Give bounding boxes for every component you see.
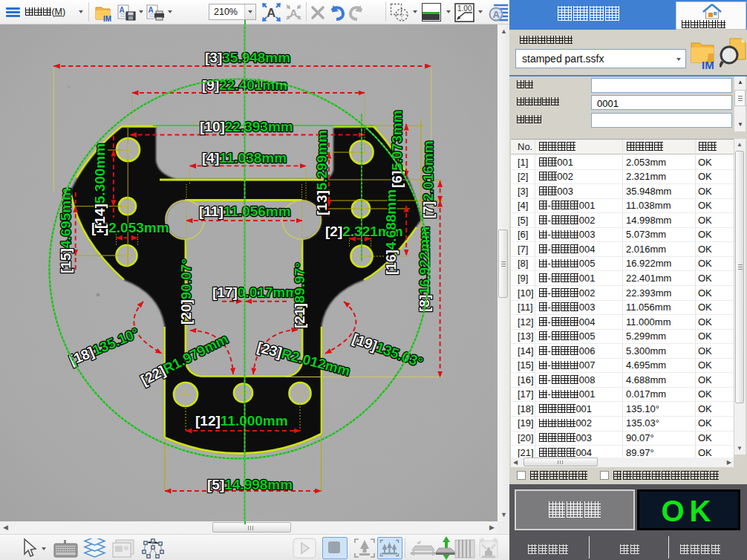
svg-text:1.00: 1.00 bbox=[457, 4, 472, 13]
svg-text:A: A bbox=[267, 6, 275, 20]
svg-text:[16]4.688mm: [16]4.688mm bbox=[383, 189, 399, 275]
svg-text:A: A bbox=[149, 6, 154, 14]
svg-text:[15]4.695mm: [15]4.695mm bbox=[58, 188, 74, 273]
svg-text:[13]5.299mm: [13]5.299mm bbox=[314, 130, 330, 215]
svg-text:[14]5.300mm: [14]5.300mm bbox=[92, 143, 108, 229]
svg-text:[12]11.000mm: [12]11.000mm bbox=[195, 413, 288, 429]
svg-text:[10]22.393mm: [10]22.393mm bbox=[200, 119, 293, 134]
svg-text:[5]14.998mm: [5]14.998mm bbox=[207, 477, 293, 492]
svg-text:[7]2.016mm: [7]2.016mm bbox=[420, 140, 436, 218]
svg-text:[21]89.97°: [21]89.97° bbox=[292, 262, 307, 328]
svg-text:[6]5.073mm: [6]5.073mm bbox=[389, 110, 405, 188]
svg-text:A: A bbox=[493, 9, 500, 20]
svg-text:IM: IM bbox=[702, 59, 714, 70]
svg-text:[20]90.07°: [20]90.07° bbox=[178, 258, 194, 325]
svg-text:A: A bbox=[120, 6, 125, 14]
svg-text:[17]0.017mm: [17]0.017mm bbox=[212, 284, 298, 300]
svg-text:[8]16.922mm: [8]16.922mm bbox=[417, 227, 432, 312]
svg-text:[3]35.948mm: [3]35.948mm bbox=[205, 50, 290, 65]
svg-text:A: A bbox=[290, 7, 298, 19]
svg-text:IM: IM bbox=[103, 15, 111, 22]
